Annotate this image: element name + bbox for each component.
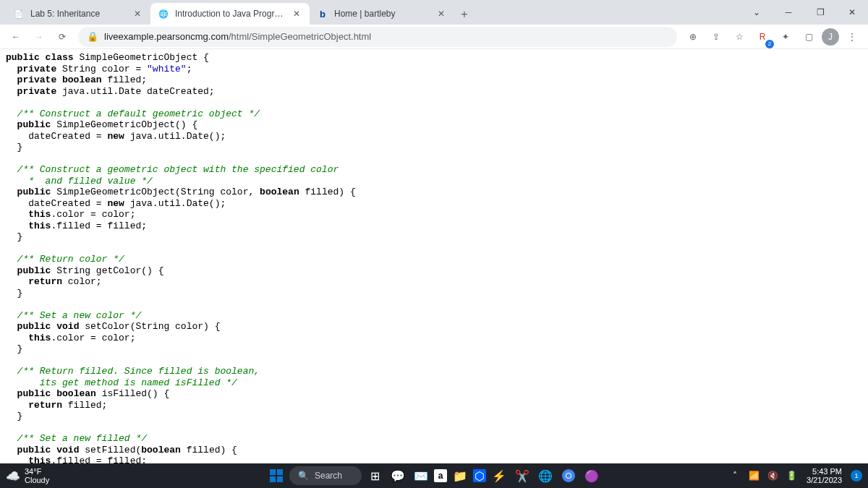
svg-rect-1 (277, 469, 283, 475)
reading-list-icon[interactable]: ▢ (799, 27, 819, 47)
app-icon[interactable]: ⚡ (489, 466, 509, 486)
weather-condition: Cloudy (25, 476, 49, 484)
taskbar-clock[interactable]: 5:43 PM 3/21/2023 (804, 467, 845, 484)
taskbar-center: 🔍 Search ⊞ 💬 ✉️ a 📁 ⬡ ⚡ ✂️ 🌐 🟣 (266, 466, 602, 486)
amazon-icon[interactable]: a (434, 469, 447, 482)
browser-toolbar: ← → ⟳ 🔒 liveexample.pearsoncmg.com/html/… (0, 25, 868, 49)
lock-icon: 🔒 (87, 31, 98, 42)
menu-icon[interactable]: ⋮ (842, 27, 862, 47)
taskbar-search[interactable]: 🔍 Search (289, 466, 362, 485)
url-path: /html/SimpleGeometricObject.html (229, 31, 371, 42)
snip-icon[interactable]: ✂️ (512, 466, 532, 486)
bartleby-icon: b (317, 8, 328, 20)
svg-rect-2 (270, 476, 276, 482)
svg-rect-0 (270, 469, 276, 475)
weather-temp: 34°F (25, 467, 49, 476)
globe-icon: 🌐 (158, 8, 169, 20)
reload-button[interactable]: ⟳ (52, 27, 72, 47)
page-icon: 📄 (13, 8, 25, 20)
system-tray: ˄ 📶 🔇 🔋 5:43 PM 3/21/2023 1 (728, 467, 862, 484)
eclipse-icon[interactable]: 🟣 (582, 466, 602, 486)
volume-icon[interactable]: 🔇 (766, 471, 779, 481)
url-host: liveexample.pearsoncmg.com (104, 31, 229, 42)
task-view-button[interactable]: ⊞ (365, 466, 385, 486)
bookmark-icon[interactable]: ☆ (729, 27, 749, 47)
chrome-icon[interactable] (558, 466, 579, 486)
windows-taskbar: ☁️ 34°F Cloudy 🔍 Search ⊞ 💬 ✉️ a 📁 ⬡ ⚡ ✂… (0, 463, 868, 488)
minimize-button[interactable]: ─ (773, 1, 804, 23)
wifi-icon[interactable]: 📶 (747, 471, 760, 481)
extensions-icon[interactable]: ✦ (775, 27, 796, 47)
search-placeholder: Search (315, 471, 342, 481)
battery-icon[interactable]: 🔋 (785, 471, 798, 481)
install-icon[interactable]: ⊕ (683, 27, 703, 47)
clock-date: 3/21/2023 (807, 476, 842, 484)
forward-button[interactable]: → (29, 27, 49, 47)
clock-time: 5:43 PM (812, 467, 842, 476)
cloud-icon: ☁️ (6, 469, 20, 483)
close-icon[interactable]: ✕ (132, 8, 143, 20)
mail-icon[interactable]: ✉️ (411, 466, 431, 486)
chat-icon[interactable]: 💬 (388, 466, 408, 486)
share-icon[interactable]: ⇪ (706, 27, 726, 47)
edge-icon[interactable]: 🌐 (535, 466, 556, 486)
close-icon[interactable]: ✕ (291, 8, 302, 20)
file-explorer-icon[interactable]: 📁 (450, 466, 470, 486)
search-icon: 🔍 (298, 471, 309, 481)
tab-lab5[interactable]: 📄 Lab 5: Inheritance ✕ (6, 3, 150, 25)
page-content[interactable]: public class SimpleGeometricObject { pri… (0, 49, 868, 463)
start-button[interactable] (266, 466, 286, 486)
weather-widget[interactable]: ☁️ 34°F Cloudy (6, 467, 49, 484)
dropbox-icon[interactable]: ⬡ (473, 469, 486, 482)
tray-chevron-icon[interactable]: ˄ (728, 471, 741, 481)
tab-title: Introduction to Java Programming (175, 9, 285, 19)
notification-badge[interactable]: 1 (851, 470, 862, 481)
chevron-down-icon[interactable]: ⌄ (741, 1, 773, 23)
source-code: public class SimpleGeometricObject { pri… (6, 52, 862, 463)
tab-title: Lab 5: Inheritance (30, 9, 126, 19)
address-bar[interactable]: 🔒 liveexample.pearsoncmg.com/html/Simple… (78, 27, 677, 47)
back-button[interactable]: ← (6, 27, 26, 47)
maximize-button[interactable]: ❐ (804, 1, 836, 23)
tab-bartleby[interactable]: b Home | bartleby ✕ (310, 3, 454, 25)
tab-strip: 📄 Lab 5: Inheritance ✕ 🌐 Introduction to… (0, 0, 868, 25)
close-window-button[interactable]: ✕ (836, 1, 868, 23)
close-icon[interactable]: ✕ (435, 8, 447, 20)
svg-rect-3 (277, 476, 283, 482)
tab-java-programming[interactable]: 🌐 Introduction to Java Programming ✕ (150, 3, 310, 25)
new-tab-button[interactable]: + (454, 4, 475, 25)
window-controls: ⌄ ─ ❐ ✕ (741, 0, 868, 25)
extension-icon[interactable]: R2 (752, 27, 773, 47)
tab-title: Home | bartleby (334, 9, 430, 19)
svg-point-6 (566, 474, 571, 478)
profile-avatar[interactable]: J (822, 28, 839, 46)
